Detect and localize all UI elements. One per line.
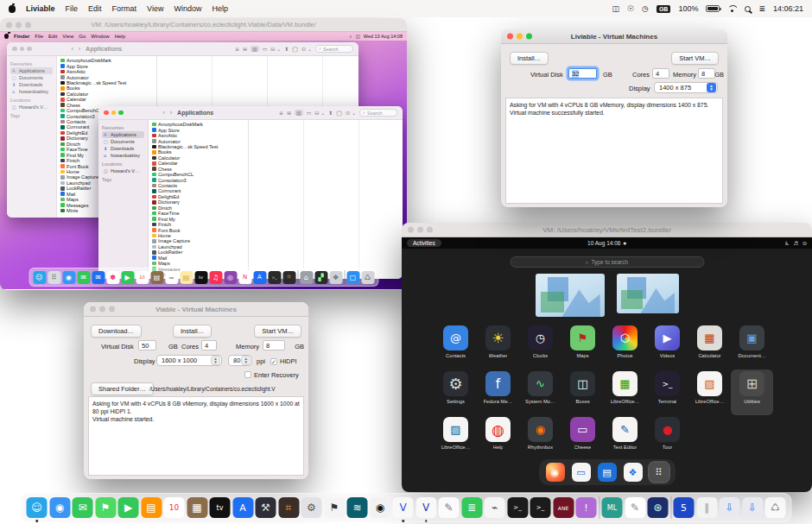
gnome-clock[interactable]: 10 Aug 14:06●	[587, 240, 626, 246]
nav-back-forward-icons[interactable]: ‹ ›	[72, 46, 83, 52]
messages-icon[interactable]: ✉	[73, 497, 93, 518]
app-clocks[interactable]: ◷ Clocks	[519, 324, 561, 369]
menu-item[interactable]: View	[147, 4, 163, 13]
dark-app2-icon[interactable]: ▞	[314, 271, 327, 284]
sidebar-item[interactable]: Tags	[10, 113, 53, 118]
window-tile-icon[interactable]: ◫	[612, 4, 619, 13]
globe-app-icon[interactable]: ⊛	[648, 497, 669, 518]
firefox-icon[interactable]: ◉	[546, 463, 565, 482]
files-icon[interactable]: ▤	[598, 463, 617, 482]
dark-app-icon[interactable]: ⌗	[282, 271, 295, 284]
app-rhythmbox[interactable]: ◉ Rhythmbox	[519, 415, 561, 461]
safari-icon[interactable]: ◉	[62, 271, 75, 284]
traffic-lights[interactable]	[507, 34, 532, 40]
vm-control-center-icon[interactable]: ◫	[356, 34, 360, 39]
app-system-monitor[interactable]: ∿ System Mo…	[519, 369, 561, 415]
search-icon[interactable]	[745, 6, 751, 12]
podcasts-icon[interactable]: ◎	[224, 271, 237, 284]
contacts-icon[interactable]: ▤	[150, 271, 163, 284]
mail-icon[interactable]: ✉	[92, 271, 105, 284]
facetime-icon[interactable]: ▶	[121, 271, 134, 284]
vm-menu-item[interactable]: View	[62, 34, 73, 39]
vm-mac-window[interactable]: VM: /Users/hoakley/Library/Containers/co…	[0, 18, 407, 290]
cores-field[interactable]: 4	[201, 340, 217, 350]
dock-separator[interactable]	[297, 270, 298, 284]
cormorant-icon[interactable]: ≋	[347, 497, 368, 518]
liviable-titlebar[interactable]: Liviable - Virtual Machines	[501, 29, 727, 44]
action-icon[interactable]: ⊙ ⌄	[346, 110, 356, 116]
app-store-icon[interactable]: A	[232, 497, 253, 518]
action-icon[interactable]: ⊙ ⌄	[301, 46, 312, 52]
finder-icon[interactable]: ☺	[33, 271, 46, 284]
reminders-icon[interactable]: ≔	[165, 271, 178, 284]
app-menu[interactable]: Liviable	[26, 4, 55, 13]
network-app-icon[interactable]: ⌗	[278, 497, 299, 518]
sidebar-item[interactable]: ⬇Downloads	[102, 145, 144, 152]
virtual-disk-field[interactable]: 50	[138, 340, 156, 350]
liviable-icon[interactable]: V	[416, 497, 436, 518]
photos-icon[interactable]: ✽	[106, 271, 119, 284]
fedora-titlebar[interactable]: VM: /Users/hoakley/VMs/fedTest2.bundle/	[402, 223, 812, 237]
vm-menu-item[interactable]: Edit	[48, 34, 57, 39]
liviable-window[interactable]: Liviable - Virtual Machines Install… Sta…	[501, 29, 727, 207]
tag-icon[interactable]: ◯	[292, 46, 298, 52]
software-icon[interactable]: ❖	[624, 463, 643, 482]
app-help[interactable]: ◍ Help	[477, 415, 519, 461]
downloads-stack-icon[interactable]: ⇩	[720, 497, 740, 518]
sidebar-item[interactable]: Favourites	[10, 61, 53, 66]
sidebar-item[interactable]: ⌂howardoakley	[10, 88, 53, 95]
sidebar-item[interactable]: AApplications	[10, 67, 53, 74]
terminal-icon[interactable]: >_	[268, 271, 281, 284]
app-fedora-media-writer[interactable]: f Fedora Me…	[477, 369, 519, 415]
app-libreoffice-writer[interactable]: ▧ LibreOffice…	[688, 369, 731, 415]
trash-icon[interactable]: ♺	[765, 497, 786, 518]
music-icon[interactable]: ♫	[209, 271, 222, 284]
group-icon[interactable]: ⊟ ⌄	[270, 46, 281, 52]
launchpad-icon[interactable]: ⠿	[48, 271, 60, 284]
start-vm-button[interactable]: Start VM…	[671, 52, 719, 65]
green-archive-icon[interactable]: ≣	[461, 497, 482, 518]
column-view-icon[interactable]: ▥	[295, 110, 303, 116]
app-contacts[interactable]: @ Contacts	[435, 324, 477, 369]
developer-app-icon[interactable]: ⚒	[256, 497, 276, 518]
list-view-icon[interactable]: ≡	[235, 46, 239, 52]
folder-utilities[interactable]: ⊞ Utilities	[731, 369, 773, 415]
viable-titlebar[interactable]: Viable - Virtual Machines	[84, 302, 308, 317]
sidebar-item[interactable]: Locations	[10, 98, 53, 103]
group-icon[interactable]: ⊟ ⌄	[314, 110, 325, 116]
traffic-lights[interactable]	[408, 227, 433, 233]
viable-window[interactable]: Viable - Virtual Machines Download… Inst…	[84, 302, 308, 479]
messages-icon[interactable]: ✉	[77, 271, 90, 284]
notes-icon[interactable]: ▤	[180, 271, 193, 284]
user-icon[interactable]: ☉	[627, 4, 634, 13]
gallery-view-icon[interactable]: ▭	[263, 46, 268, 52]
vm-menu-item[interactable]: File	[35, 34, 43, 39]
cores-field[interactable]: 4	[652, 68, 669, 79]
apple-menu-icon[interactable]	[9, 5, 16, 13]
ppi-stepper[interactable]: 80▲▼	[228, 355, 252, 366]
app-terminal[interactable]: >_ Terminal	[646, 369, 688, 415]
enter-recovery-checkbox[interactable]: Enter Recovery	[244, 371, 299, 379]
menu-item[interactable]: Window	[174, 4, 201, 13]
virtual-disk-field[interactable]: 32	[568, 68, 597, 79]
keyboard-layout-badge[interactable]: GB	[657, 5, 671, 13]
app-calculator[interactable]: ▦ Calculator	[688, 324, 731, 369]
maps-icon[interactable]: ⚑	[95, 497, 116, 518]
display-popup[interactable]: 1600 x 1000▲▼	[156, 355, 222, 366]
finder-window-front[interactable]: ‹ › Applications ≡⊞▥▭⊟ ⌄⬆◯⊙ ⌄ ⌕Search Fa…	[98, 106, 403, 279]
news-icon[interactable]: N	[238, 271, 251, 284]
display-popup[interactable]: 1400 x 875▲▼	[654, 82, 718, 93]
app-photos[interactable]: ⬡ Photos	[604, 324, 646, 369]
app-libreoffice-calc[interactable]: ▦ LibreOffice…	[604, 369, 646, 415]
sidebar-item[interactable]: ▢Documents	[10, 74, 53, 81]
volume-icon[interactable]: ♬	[794, 240, 798, 246]
download-button[interactable]: Download…	[91, 325, 142, 338]
finder-search-field[interactable]: ⌕Search	[359, 109, 397, 117]
sidebar-item[interactable]: ◫Howard's V…	[102, 167, 144, 174]
ane-app-icon[interactable]: ANE	[553, 497, 574, 518]
sidebar-item[interactable]: ⬇Downloads	[10, 81, 53, 88]
stepper-icon[interactable]: ▲▼	[211, 356, 220, 365]
wifi-icon[interactable]	[727, 5, 737, 12]
calendar-icon[interactable]: ▭	[572, 463, 591, 482]
share-icon[interactable]: ⬆	[328, 110, 333, 116]
